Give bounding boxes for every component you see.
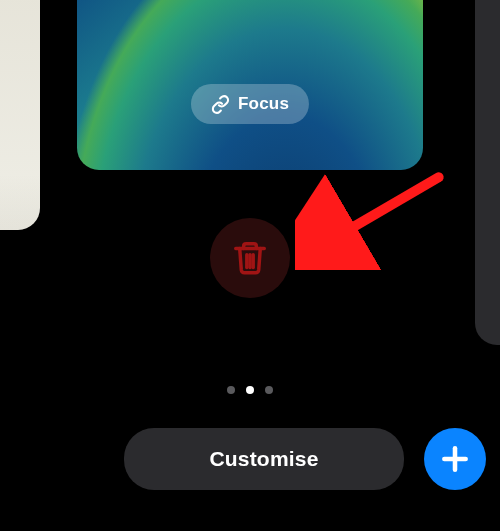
page-dot[interactable]	[265, 386, 273, 394]
wallpaper-card-current[interactable]: Focus	[77, 0, 423, 170]
link-icon	[211, 95, 230, 114]
page-dot-active[interactable]	[246, 386, 254, 394]
trash-icon	[231, 239, 269, 277]
add-button[interactable]	[424, 428, 486, 490]
page-dot[interactable]	[227, 386, 235, 394]
focus-button[interactable]: Focus	[191, 84, 309, 124]
customise-label: Customise	[209, 447, 318, 471]
delete-button[interactable]	[210, 218, 290, 298]
plus-icon	[439, 443, 471, 475]
focus-label: Focus	[238, 94, 289, 114]
annotation-arrow	[295, 170, 455, 270]
page-indicator	[0, 386, 500, 394]
wallpaper-card-prev[interactable]	[0, 0, 40, 230]
customise-button[interactable]: Customise	[124, 428, 404, 490]
wallpaper-card-next[interactable]	[475, 0, 500, 345]
lockscreen-gallery: Focus Customise	[0, 0, 500, 531]
